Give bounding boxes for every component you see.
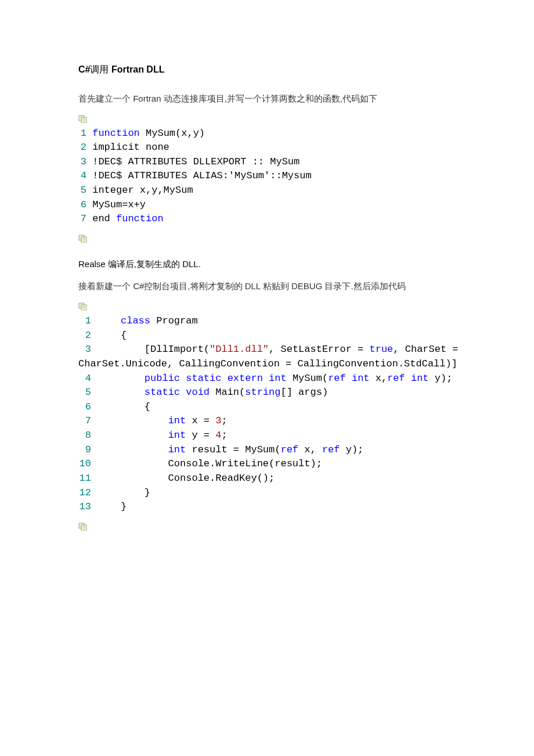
code-token: MySum(x,y) — [140, 128, 205, 139]
code-line: 10 Console.WriteLine(result); — [78, 457, 456, 471]
code-token: , SetLastError = — [269, 344, 369, 355]
line-number: 11 — [78, 471, 91, 486]
copy-icon[interactable] — [78, 235, 88, 243]
code-token: static — [186, 373, 221, 384]
copy-icon[interactable] — [78, 523, 88, 531]
code-token: { — [91, 330, 127, 341]
line-number: 10 — [78, 457, 91, 471]
line-number: 5 — [78, 386, 91, 400]
page-title: C#调用 Fortran DLL — [78, 64, 456, 76]
code-token: class — [121, 315, 150, 326]
code-token — [86, 128, 92, 139]
line-number: 1 — [78, 314, 91, 329]
code-token — [91, 373, 145, 384]
code-token: Main( — [210, 387, 245, 398]
paragraph-3: 接着新建一个 C#控制台项目,将刚才复制的 DLL 粘贴到 DEBUG 目录下.… — [78, 280, 456, 293]
code-token: end — [86, 213, 116, 224]
code-line: 8 int y = 4; — [78, 429, 456, 443]
csharp-code-block: 1 class Program 2 { 3 [DllImport("Dll1.d… — [78, 314, 456, 514]
code-token: public — [145, 373, 180, 384]
line-number: 4 — [78, 372, 91, 386]
code-token: implicit none — [86, 142, 169, 153]
code-token: function — [116, 213, 164, 224]
code-token — [263, 373, 269, 384]
line-number: 7 — [78, 212, 86, 226]
code-token — [180, 373, 186, 384]
document-page: C#调用 Fortran DLL 首先建立一个 Fortran 动态连接库项目,… — [0, 0, 534, 756]
code-token: int — [168, 444, 186, 455]
code-token: ; — [221, 430, 227, 441]
code-token — [346, 373, 352, 384]
svg-rect-6 — [81, 237, 86, 242]
line-number: 2 — [78, 141, 86, 155]
code-line: 7 int x = 3; — [78, 414, 456, 429]
code-token: integer x,y,MySum — [86, 185, 193, 196]
code-token: int — [352, 373, 370, 384]
code-token: Program — [150, 315, 198, 326]
code-line: 5 integer x,y,MySum — [78, 183, 456, 198]
code-token: y); — [429, 373, 453, 384]
code-token: !DEC$ ATTRIBUTES ALIAS:'MySum'::Mysum — [86, 170, 312, 181]
line-number: 4 — [78, 169, 86, 183]
line-number: 6 — [78, 198, 86, 213]
code-token: static — [145, 387, 180, 398]
code-token: y); — [340, 444, 364, 455]
line-number: 2 — [78, 329, 91, 343]
code-token — [91, 315, 121, 326]
code-line: 1 function MySum(x,y) — [78, 127, 456, 141]
copy-icon[interactable] — [78, 115, 88, 123]
line-number: 12 — [78, 486, 91, 501]
line-number: 1 — [78, 127, 86, 141]
code-line: CharSet.Unicode, CallingConvention = Cal… — [78, 357, 456, 372]
code-token: int — [168, 415, 186, 426]
code-token: result = MySum( — [186, 444, 280, 455]
code-token: [DllImport( — [91, 344, 210, 355]
code-line: 13 } — [78, 500, 456, 514]
code-token: Console.WriteLine(result); — [91, 458, 322, 469]
code-token: x, — [298, 444, 322, 455]
code-token: MySum( — [287, 373, 328, 384]
code-token: } — [91, 501, 127, 512]
code-line: 5 static void Main(string[] args) — [78, 386, 456, 400]
svg-rect-1 — [81, 117, 86, 123]
code-token: { — [91, 401, 150, 412]
code-token: CharSet.Unicode, CallingConvention = Cal… — [78, 358, 457, 369]
code-line: 4 public static extern int MySum(ref int… — [78, 372, 456, 386]
line-number: 8 — [78, 429, 91, 443]
code-token: ref — [328, 373, 346, 384]
code-token — [91, 444, 168, 455]
code-token: "Dll1.dll" — [210, 344, 269, 355]
code-token: Console.ReadKey(); — [91, 473, 275, 484]
title-cn: 调用 — [90, 64, 109, 74]
code-token: x, — [370, 373, 388, 384]
code-token — [180, 387, 186, 398]
line-number: 9 — [78, 443, 91, 458]
line-number: 3 — [78, 155, 86, 170]
code-token: !DEC$ ATTRIBUTES DLLEXPORT :: MySum — [86, 156, 300, 167]
title-bold: Fortran DLL — [109, 64, 164, 74]
code-line: 4 !DEC$ ATTRIBUTES ALIAS:'MySum'::Mysum — [78, 169, 456, 183]
code-token: y = — [186, 430, 215, 441]
code-token: MySum=x+y — [86, 199, 146, 210]
code-token: int — [168, 430, 186, 441]
line-number: 6 — [78, 400, 91, 415]
line-number: 7 — [78, 414, 91, 429]
paragraph-1: 首先建立一个 Fortran 动态连接库项目,并写一个计算两数之和的函数,代码如… — [78, 92, 456, 106]
code-line: 7 end function — [78, 212, 456, 226]
code-token: void — [186, 387, 210, 398]
code-token: int — [269, 373, 287, 384]
code-line: 12 } — [78, 486, 456, 501]
copy-icon[interactable] — [78, 303, 88, 311]
code-token: , CharSet = — [393, 344, 464, 355]
code-token: x = — [186, 415, 215, 426]
code-token — [91, 387, 145, 398]
code-token: 4 — [215, 430, 221, 441]
code-line: 3 [DllImport("Dll1.dll", SetLastError = … — [78, 343, 456, 357]
svg-rect-11 — [81, 305, 86, 310]
title-prefix: C# — [78, 64, 90, 74]
code-token — [405, 373, 411, 384]
code-token: 3 — [215, 415, 221, 426]
code-line: 11 Console.ReadKey(); — [78, 471, 456, 486]
code-token: int — [411, 373, 429, 384]
code-line: 1 class Program — [78, 314, 456, 329]
